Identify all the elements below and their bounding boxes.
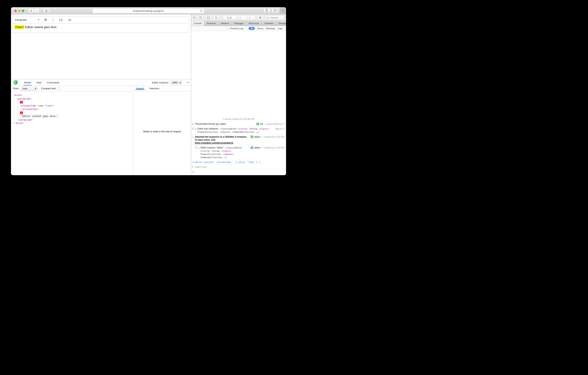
- filter-logs[interactable]: Logs: [278, 27, 283, 30]
- minimize-window-button[interactable]: [18, 10, 21, 12]
- zoom-window-button[interactable]: [22, 10, 24, 12]
- console-location[interactable]: finit— placeholderui.js:7: [256, 122, 284, 125]
- tab-selection[interactable]: Selection: [147, 87, 162, 90]
- titlebar-right-buttons: [264, 9, 278, 13]
- command-chevron-icon: [192, 162, 194, 163]
- console-pane[interactable]: Console cleared at 4:53:46 PM Placeholde…: [191, 31, 286, 175]
- root-label: Root:: [13, 87, 19, 90]
- tab-network[interactable]: Network: [218, 21, 231, 26]
- search-icon: [267, 17, 269, 19]
- forward-button[interactable]: [34, 9, 39, 13]
- root-select[interactable]: main: [21, 87, 37, 90]
- filter-warnings[interactable]: Warnings: [266, 27, 275, 30]
- empty-inspect-message: Select a node in the tree to inspect: [143, 130, 181, 133]
- warning-count: 0: [249, 16, 251, 19]
- tree-line[interactable]: <paragraph>: [11, 97, 133, 101]
- inspector-search-field[interactable]: Search: [265, 15, 284, 20]
- placeholder-chip[interactable]: {time}: [15, 25, 24, 29]
- sidebar-icon: [45, 10, 48, 12]
- tab-debugger[interactable]: Debugger: [231, 21, 246, 26]
- tree-line[interactable]: <$root>: [11, 93, 133, 97]
- detach-icon: [199, 16, 201, 19]
- console-location[interactable]: app.js:21: [275, 127, 284, 134]
- console-result-row[interactable]: undefined: [191, 165, 286, 169]
- new-tab-button[interactable]: +: [280, 7, 286, 14]
- dock-bottom-button[interactable]: [206, 15, 211, 20]
- address-bar[interactable]: localhost/creating-a-plugin2/ ↻: [93, 9, 204, 13]
- function-badge-icon: f: [251, 136, 253, 138]
- error-icon: !: [237, 16, 239, 19]
- console-location[interactable]: fattach— inspector.js:133:326: [251, 146, 284, 159]
- editor-text: Editor content goes here.: [24, 25, 57, 29]
- url-text: localhost/creating-a-plugin2/: [133, 10, 164, 12]
- console-message-row[interactable]: ▶Editor instance "editor" – ClassicEdito…: [191, 145, 286, 160]
- console-location[interactable]: fattach— inspector.js:133:182: [251, 135, 284, 144]
- disclosure-collapsed-icon[interactable]: ▶: [198, 147, 200, 150]
- console-message-row[interactable]: PlaceholderUI#init() got calledfinit— pl…: [191, 121, 286, 126]
- detach-inspector-button[interactable]: [198, 15, 203, 20]
- compact-text-checkbox[interactable]: [58, 87, 60, 90]
- editor-instance-select[interactable]: editor: [170, 81, 182, 84]
- italic-button[interactable]: I: [52, 18, 54, 22]
- element-picker-button[interactable]: ⊕: [258, 15, 263, 20]
- tree-line[interactable]: ]: [11, 111, 133, 115]
- document-icon: [228, 16, 229, 19]
- titlebar: localhost/creating-a-plugin2/ ↻ +: [11, 7, 286, 14]
- tab-storage[interactable]: Storage: [276, 21, 286, 26]
- bold-button[interactable]: B: [44, 18, 47, 22]
- tab-timelines[interactable]: Timelines: [262, 21, 276, 26]
- tree-line[interactable]: [: [11, 100, 133, 104]
- tabs-overview-icon: [274, 10, 276, 12]
- tabs-overview-button[interactable]: [272, 9, 278, 13]
- sidebar-button[interactable]: [43, 9, 50, 13]
- console-command-row[interactable]: editor.execute( 'placeholder', { value: …: [191, 160, 286, 165]
- model-tree[interactable]: <$root><paragraph>[<placeholder name="ti…: [11, 92, 133, 175]
- svg-text:5: 5: [16, 80, 17, 82]
- collapse-inspector-chevron-icon[interactable]: [186, 80, 189, 84]
- disclosure-expanded-icon[interactable]: ▼: [192, 136, 194, 139]
- tab-model[interactable]: Model: [21, 79, 33, 86]
- console-message-row[interactable]: ▼Attached the inspector to a CKEditor 5 …: [191, 134, 286, 145]
- tree-line[interactable]: </placeholder>: [11, 108, 133, 111]
- resource-status-button[interactable]: 4 ! 0 ⚠ 0: [223, 15, 255, 20]
- console-message-row[interactable]: ▶Editor was initialized – ClassicEditor …: [191, 126, 286, 134]
- traffic-lights: [14, 10, 24, 12]
- chevron-left-icon: [30, 10, 32, 12]
- editor-toolbar: Paragraph B I 1 2: [12, 16, 189, 23]
- numbered-list-button[interactable]: 1 2: [59, 19, 63, 21]
- reload-page-button[interactable]: ↻: [214, 15, 219, 20]
- back-button[interactable]: [28, 9, 34, 13]
- tab-view[interactable]: View: [33, 79, 44, 86]
- browser-window: localhost/creating-a-plugin2/ ↻ + Paragr…: [11, 7, 286, 175]
- filter-errors[interactable]: Errors: [257, 27, 263, 30]
- bulleted-list-button[interactable]: [68, 19, 71, 21]
- tab-commands[interactable]: Commands: [44, 79, 62, 86]
- close-window-button[interactable]: [14, 10, 17, 12]
- paragraph-dropdown[interactable]: Paragraph: [15, 18, 39, 21]
- editor-content[interactable]: {time} Editor content goes here.: [12, 23, 189, 33]
- tree-line[interactable]: </$root>: [11, 121, 133, 125]
- preserve-log-checkbox[interactable]: [227, 27, 229, 30]
- function-badge-icon: f: [251, 146, 253, 149]
- disclosure-collapsed-icon[interactable]: ▶: [195, 128, 196, 131]
- log-type-icon: [192, 128, 194, 130]
- console-filter-bar: Preserve Log All Errors Warnings Logs: [191, 26, 286, 31]
- tree-line[interactable]: "Editor content goes here.": [11, 114, 133, 118]
- reload-icon[interactable]: ↻: [200, 10, 202, 12]
- tab-console[interactable]: Console: [191, 21, 204, 26]
- tree-line[interactable]: </paragraph>: [11, 118, 133, 122]
- filter-all[interactable]: All: [249, 27, 255, 30]
- console-prompt-row[interactable]: [191, 169, 286, 175]
- reload-icon: ↻: [215, 16, 218, 19]
- tree-line[interactable]: <placeholder name="time">: [11, 104, 133, 108]
- inspect-pane: Select a node in the tree to inspect: [133, 92, 191, 175]
- console-link[interactable]: https://ckeditor.com/docs/ckeditor5: [195, 142, 233, 144]
- console-message-text: Editor was initialized – ClassicEditor {…: [197, 127, 273, 134]
- share-button[interactable]: [264, 9, 270, 13]
- tab-elements[interactable]: Elements: [204, 21, 218, 26]
- tab-resources[interactable]: Resources: [246, 21, 262, 26]
- indent-guide: [14, 97, 14, 121]
- console-message-text: undefined: [195, 165, 284, 168]
- close-inspector-button[interactable]: ✕: [193, 16, 195, 19]
- tab-inspect[interactable]: Inspect: [133, 87, 147, 90]
